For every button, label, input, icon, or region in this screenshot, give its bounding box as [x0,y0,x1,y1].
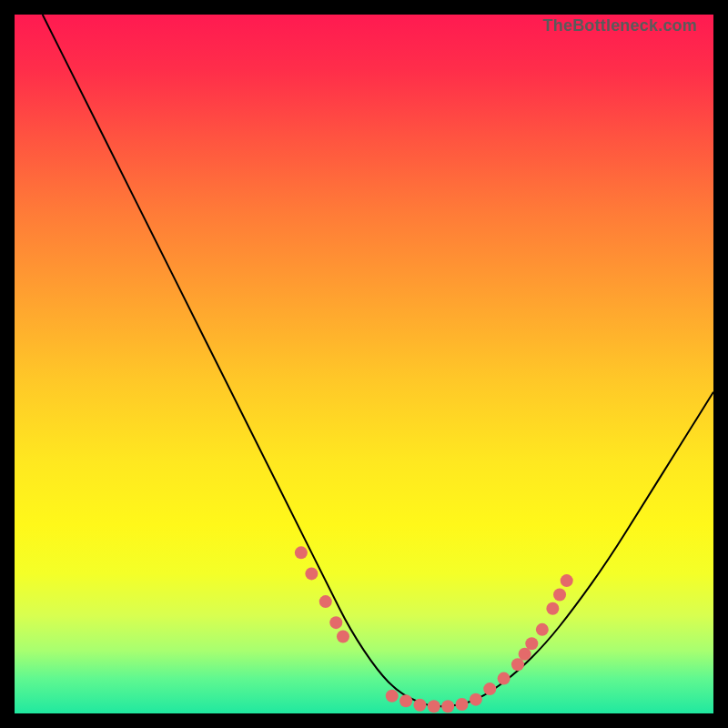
data-marker [399,694,412,707]
data-marker [519,648,531,661]
data-marker [553,588,566,601]
data-marker [305,567,318,580]
data-marker [428,700,440,713]
data-marker [546,602,559,615]
data-marker [511,658,524,671]
chart-svg [15,15,713,713]
marker-group [295,546,573,713]
data-marker [483,682,496,695]
data-marker [525,637,538,650]
data-marker [470,693,482,706]
attribution-text: TheBottleneck.com [543,16,697,35]
data-marker [456,698,469,711]
plot-area: TheBottleneck.com [15,15,713,713]
data-marker [386,690,399,703]
data-marker [329,616,342,629]
data-marker [295,546,308,559]
data-marker [561,574,573,587]
data-marker [536,623,549,636]
data-marker [413,699,426,712]
data-marker [319,595,332,608]
bottleneck-curve [43,15,713,706]
data-marker [441,700,454,713]
chart-container: TheBottleneck.com [0,0,728,728]
data-marker [498,672,511,685]
data-marker [337,631,349,643]
